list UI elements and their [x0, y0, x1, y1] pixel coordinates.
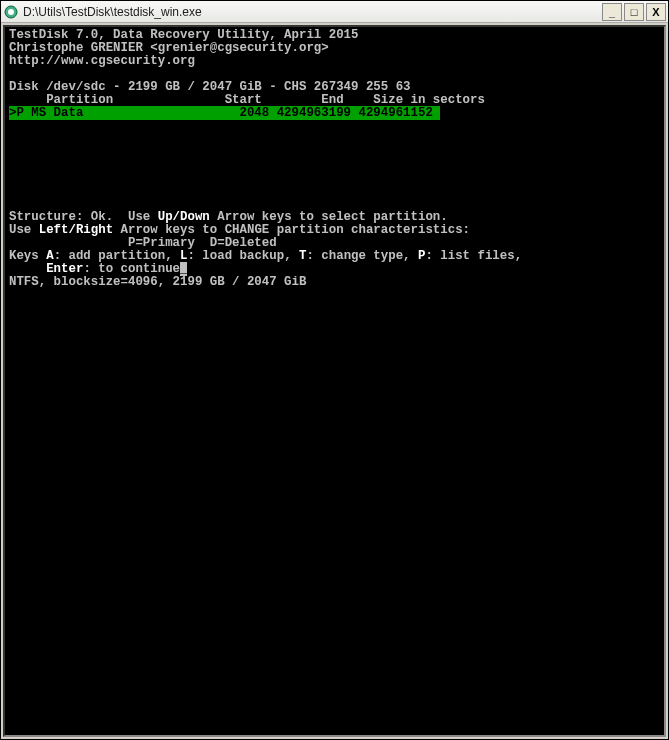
app-icon — [3, 4, 19, 20]
maximize-button[interactable]: □ — [624, 3, 644, 21]
hint-lr-post: Arrow keys to CHANGE partition character… — [113, 223, 470, 237]
hint-structure-post: Arrow keys to select partition. — [210, 210, 448, 224]
key-a-post: : add partition, — [54, 249, 180, 263]
hint-lr-pre: Use — [9, 223, 39, 237]
app-header-line2: Christophe GRENIER <grenier@cgsecurity.o… — [9, 41, 329, 55]
titlebar[interactable]: D:\Utils\TestDisk\testdisk_win.exe _ □ X — [1, 1, 668, 23]
disk-info: Disk /dev/sdc - 2199 GB / 2047 GiB - CHS… — [9, 80, 411, 94]
enter-post: : to continue — [83, 262, 180, 276]
partition-row-selected[interactable]: >P MS Data 2048 4294963199 4294961152 — [9, 106, 440, 120]
key-t-post: : change type, — [306, 249, 418, 263]
cursor: _ — [180, 262, 187, 276]
filesystem-info: NTFS, blocksize=4096, 2199 GB / 2047 GiB — [9, 275, 306, 289]
close-button[interactable]: X — [646, 3, 666, 21]
console-output[interactable]: TestDisk 7.0, Data Recovery Utility, Apr… — [3, 25, 666, 737]
key-p-post: : list files, — [425, 249, 522, 263]
app-header-line1: TestDisk 7.0, Data Recovery Utility, Apr… — [9, 28, 358, 42]
hint-structure-pre: Structure: Ok. Use — [9, 210, 158, 224]
enter-pre — [9, 262, 46, 276]
svg-point-1 — [8, 9, 14, 15]
partition-header: Partition Start End Size in sectors — [9, 93, 485, 107]
keys-pre: Keys — [9, 249, 46, 263]
hint-leftright: Left/Right — [39, 223, 113, 237]
key-enter: Enter — [46, 262, 83, 276]
app-header-line3: http://www.cgsecurity.org — [9, 54, 195, 68]
window-title: D:\Utils\TestDisk\testdisk_win.exe — [23, 5, 600, 19]
app-window: D:\Utils\TestDisk\testdisk_win.exe _ □ X… — [0, 0, 669, 740]
minimize-button[interactable]: _ — [602, 3, 622, 21]
console-frame: TestDisk 7.0, Data Recovery Utility, Apr… — [1, 23, 668, 739]
hint-legend: P=Primary D=Deleted — [9, 236, 277, 250]
key-l-post: : load backup, — [187, 249, 299, 263]
hint-updown: Up/Down — [158, 210, 210, 224]
key-a: A — [46, 249, 53, 263]
